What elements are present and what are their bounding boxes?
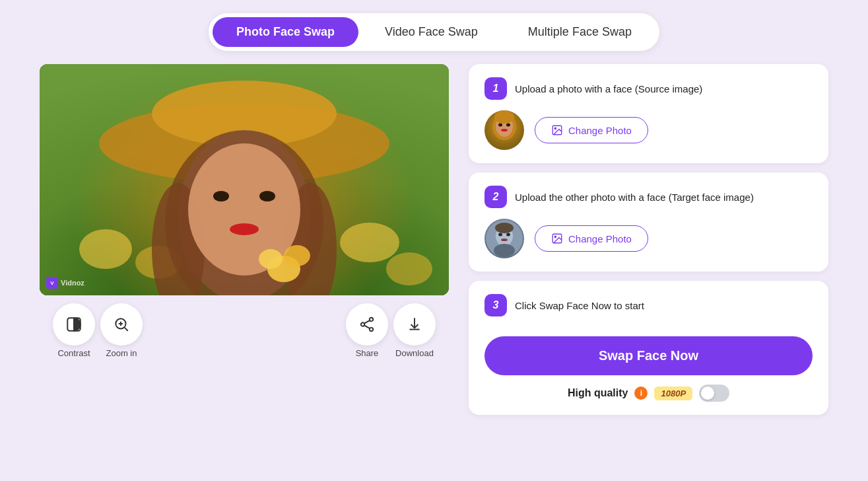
step-2-card: 2 Upload the other photo with a face (Ta… [469, 172, 828, 272]
source-face-img [484, 110, 524, 150]
download-label: Download [395, 348, 434, 358]
step-2-body: Change Photo [484, 219, 813, 258]
tab-photo-face-swap[interactable]: Photo Face Swap [213, 17, 358, 47]
svg-point-34 [554, 128, 556, 129]
svg-point-23 [361, 322, 364, 326]
bottom-controls: Contrast Zoom in [40, 303, 449, 358]
image-icon [551, 124, 563, 136]
swap-face-now-button[interactable]: Swap Face Now [484, 336, 813, 375]
quality-badge: 1080P [654, 387, 692, 400]
step-3-card: 3 Click Swap Face Now to start Swap Face… [469, 281, 828, 415]
step-2-header: 2 Upload the other photo with a face (Ta… [484, 186, 813, 208]
step-1-header: 1 Upload a photo with a face (Source ima… [484, 77, 813, 100]
svg-point-22 [370, 318, 373, 321]
svg-point-2 [340, 223, 399, 262]
step-1-badge: 1 [484, 77, 507, 100]
svg-line-26 [364, 326, 370, 328]
share-button[interactable] [346, 303, 388, 346]
svg-point-24 [370, 328, 373, 331]
zoom-in-label: Zoom in [106, 348, 137, 358]
image-preview: V Vidnoz [40, 64, 449, 295]
source-face-thumbnail [484, 110, 524, 150]
step-3-title: Click Swap Face Now to start [515, 300, 644, 311]
target-face-thumbnail [484, 219, 524, 258]
svg-point-43 [554, 236, 556, 237]
share-control: Share [346, 303, 388, 358]
svg-line-19 [125, 328, 128, 331]
svg-line-25 [364, 320, 370, 323]
quality-row: High quality i 1080P [484, 385, 813, 402]
portrait-svg [40, 64, 449, 295]
svg-point-12 [259, 191, 275, 202]
zoom-in-button[interactable] [100, 303, 143, 346]
contrast-icon [65, 316, 83, 333]
share-label: Share [356, 348, 379, 358]
svg-point-41 [494, 244, 515, 257]
svg-point-29 [498, 124, 502, 127]
image-icon-2 [551, 233, 563, 244]
left-controls: Contrast Zoom in [53, 303, 143, 358]
step-3-header: 3 Click Swap Face Now to start [484, 294, 813, 316]
change-photo-source-button[interactable]: Change Photo [535, 117, 648, 143]
download-button[interactable] [393, 303, 436, 346]
svg-point-13 [230, 223, 259, 235]
download-control: Download [393, 303, 436, 358]
step-2-title: Upload the other photo with a face (Targ… [515, 192, 754, 203]
change-photo-target-button[interactable]: Change Photo [535, 225, 648, 252]
target-face-img [484, 219, 524, 258]
contrast-control: Contrast [53, 303, 95, 358]
contrast-label: Contrast [57, 348, 90, 358]
svg-point-40 [495, 223, 514, 233]
svg-point-32 [494, 110, 514, 124]
share-icon [358, 316, 376, 333]
step-3-badge: 3 [484, 294, 507, 316]
quality-toggle[interactable] [699, 385, 729, 402]
svg-point-3 [386, 252, 432, 285]
svg-point-11 [213, 191, 229, 202]
steps-section: 1 Upload a photo with a face (Source ima… [469, 64, 828, 468]
zoom-in-control: Zoom in [100, 303, 143, 358]
zoom-in-icon [113, 316, 130, 333]
step-2-badge: 2 [484, 186, 507, 208]
step-1-title: Upload a photo with a face (Source image… [515, 83, 702, 94]
image-section: V Vidnoz Contrast [40, 64, 449, 468]
toggle-knob [701, 387, 714, 400]
right-controls: Share Download [346, 303, 436, 358]
info-icon[interactable]: i [634, 387, 648, 400]
svg-point-15 [284, 245, 310, 266]
tab-bar: Photo Face Swap Video Face Swap Multiple… [209, 13, 659, 51]
watermark: V Vidnoz [46, 277, 84, 289]
svg-point-38 [506, 233, 510, 237]
tab-multiple-face-swap[interactable]: Multiple Face Swap [504, 17, 655, 47]
svg-point-16 [259, 249, 283, 269]
step-1-card: 1 Upload a photo with a face (Source ima… [469, 64, 828, 163]
download-icon [406, 316, 423, 333]
contrast-button[interactable] [53, 303, 95, 346]
main-content: V Vidnoz Contrast [0, 51, 868, 481]
svg-point-30 [506, 124, 510, 127]
svg-point-39 [501, 239, 508, 241]
svg-point-0 [79, 229, 132, 269]
svg-point-10 [188, 143, 300, 276]
svg-point-31 [501, 129, 508, 131]
svg-point-37 [498, 233, 502, 237]
quality-label: High quality [568, 387, 628, 399]
tab-video-face-swap[interactable]: Video Face Swap [361, 17, 502, 47]
step-1-body: Change Photo [484, 110, 813, 150]
watermark-logo: V [46, 277, 58, 289]
